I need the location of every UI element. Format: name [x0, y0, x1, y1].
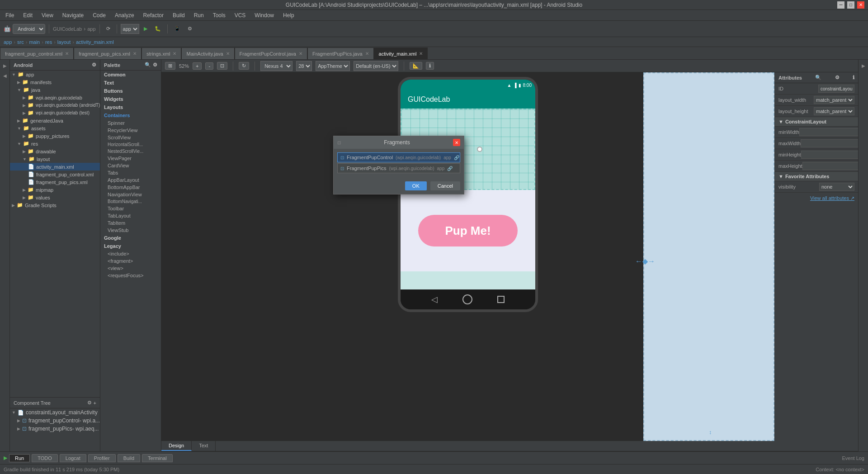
palette-cat-buttons[interactable]: Buttons	[100, 87, 161, 95]
run-button[interactable]: ▶	[141, 25, 150, 33]
attr-visibility-select[interactable]: none	[819, 183, 854, 191]
tree-assets[interactable]: ▼ 📁 assets	[10, 124, 100, 132]
close-button[interactable]: ✕	[857, 1, 864, 9]
attr-max-height-input[interactable]	[802, 162, 858, 170]
menu-code[interactable]: Code	[89, 11, 109, 19]
menu-help[interactable]: Help	[279, 11, 298, 19]
attributes-search-icon[interactable]: 🔍	[815, 75, 821, 81]
bottom-tab-build[interactable]: Build	[118, 454, 140, 462]
palette-item-include[interactable]: <include>	[100, 250, 161, 257]
attributes-info-icon[interactable]: ℹ	[853, 75, 854, 81]
tree-fragment-pup-control-comp[interactable]: ▶ ⊡ fragment_pupControl- wpi.a...	[10, 417, 100, 425]
palette-item-spinner[interactable]: Spinner	[100, 119, 161, 127]
sync-btn[interactable]: ⟳	[104, 25, 113, 33]
sdk-button[interactable]: ⚙	[185, 25, 195, 33]
fragment-item-2[interactable]: ⊡ FragmentPupPics (wpi.aeqin.guicodelab)…	[337, 163, 460, 173]
palette-item-recyclerview[interactable]: RecyclerView	[100, 127, 161, 134]
left-vert-btn-2[interactable]: ◀	[1, 71, 9, 80]
palette-item-hscrollview[interactable]: HorizontalScroll...	[100, 141, 161, 148]
tree-activity-main-xml[interactable]: 📄 activity_main.xml	[10, 163, 100, 171]
theme-selector[interactable]: AppTheme	[316, 61, 350, 71]
attr-layout-height-select[interactable]: match_parent	[814, 107, 854, 115]
menu-view[interactable]: View	[38, 11, 57, 19]
tree-pkg2[interactable]: ▶ 📁 wpi.aeqin.guicodelab (androidT)	[10, 101, 100, 109]
menu-build[interactable]: Build	[169, 11, 189, 19]
locale-selector[interactable]: Default (en-US)	[354, 61, 398, 71]
palette-item-nestedscrollview[interactable]: NestedScrollVie...	[100, 148, 161, 155]
tree-fragment-pup-pics-xml[interactable]: 📄 fragment_pup_pics.xml	[10, 178, 100, 186]
palette-cat-layouts[interactable]: Layouts	[100, 103, 161, 111]
palette-item-tablayout[interactable]: TabLayout	[100, 212, 161, 219]
bottom-tab-logcat[interactable]: Logcat	[60, 454, 86, 462]
left-vert-btn-1[interactable]: ▶	[1, 62, 9, 70]
tab-main-activity[interactable]: MainActivity.java ✕	[181, 47, 234, 59]
component-tree-settings-icon[interactable]: ⚙	[87, 400, 92, 406]
run-config-selector[interactable]: app	[121, 24, 139, 34]
nav-back-icon[interactable]: ◁	[431, 294, 438, 304]
close-tab-activity-main-xml[interactable]: ✕	[419, 51, 423, 56]
palette-settings-icon[interactable]: ⚙	[153, 62, 157, 68]
nav-home-icon[interactable]	[462, 294, 472, 304]
menu-window[interactable]: Window	[251, 11, 278, 19]
palette-item-scrollview[interactable]: ScrollView	[100, 134, 161, 141]
tree-layout[interactable]: ▼ 📁 layout	[10, 155, 100, 163]
palette-item-navigationview[interactable]: NavigationView	[100, 191, 161, 198]
path-layout[interactable]: layout	[57, 39, 71, 45]
fragment-item-1[interactable]: ⊡ FragmentPupControl (wpi.aeqin.guicodel…	[337, 152, 460, 162]
palette-item-fragment[interactable]: <fragment>	[100, 257, 161, 265]
tree-fragment-pup-pics-comp[interactable]: ▶ ⊡ fragment_pupPics- wpi.aeq...	[10, 425, 100, 433]
menu-edit[interactable]: Edit	[19, 11, 36, 19]
tree-java[interactable]: ▼ 📁 java	[10, 86, 100, 94]
device-selector[interactable]: Nexus 4	[260, 61, 292, 71]
menu-navigate[interactable]: Navigate	[59, 11, 87, 19]
tree-pkg3[interactable]: ▶ 📁 wpi.aeqin.guicodelab (test)	[10, 109, 100, 117]
path-main[interactable]: main	[29, 39, 40, 45]
palette-search-icon[interactable]: 🔍	[145, 62, 151, 68]
path-res[interactable]: res	[45, 39, 52, 45]
menu-analyze[interactable]: Analyze	[111, 11, 138, 19]
view-toggle-btn[interactable]: ⊞	[165, 62, 175, 70]
tree-constraint-layout[interactable]: ▼ 📄 constraintLayout_mainActivity	[10, 408, 100, 417]
palette-item-tabs[interactable]: Tabs	[100, 169, 161, 176]
component-tree-expand-icon[interactable]: +	[94, 400, 96, 406]
view-all-attributes-link[interactable]: View all attributes ↗	[775, 193, 858, 204]
menu-tools[interactable]: Tools	[209, 11, 229, 19]
tree-manifests[interactable]: ▶ 📁 manifests	[10, 78, 100, 86]
palette-cat-legacy[interactable]: Legacy	[100, 242, 161, 250]
tree-pkg1[interactable]: ▶ 📁 wpi.aeqin.guicodelab	[10, 94, 100, 101]
bottom-tab-profiler[interactable]: Profiler	[88, 454, 116, 462]
tree-generated-java[interactable]: ▶ 📁 generatedJava	[10, 117, 100, 124]
close-tab-main-activity[interactable]: ✕	[226, 51, 230, 56]
handle-right[interactable]	[477, 147, 482, 152]
bottom-tab-terminal[interactable]: Terminal	[142, 454, 173, 462]
info-btn[interactable]: ℹ	[426, 62, 434, 70]
fragments-cancel-button[interactable]: Cancel	[430, 181, 460, 190]
palette-item-appbarlayout[interactable]: AppBarLayout	[100, 176, 161, 184]
debug-button[interactable]: 🐛	[152, 25, 164, 33]
rotate-btn[interactable]: ↻	[239, 62, 249, 70]
avd-button[interactable]: 📱	[171, 25, 183, 33]
project-tree-settings-icon[interactable]: ⚙	[92, 62, 96, 68]
path-file[interactable]: activity_main.xml	[76, 39, 114, 45]
attr-layout-width-select[interactable]: match_parent	[814, 96, 854, 104]
zoom-out-btn[interactable]: -	[205, 62, 213, 70]
menu-run[interactable]: Run	[190, 11, 208, 19]
menu-vcs[interactable]: VCS	[231, 11, 250, 19]
close-tab-fragment-pup-pics[interactable]: ✕	[133, 51, 137, 56]
tree-mipmap[interactable]: ▶ 📁 mipmap	[10, 186, 100, 194]
nav-recent-icon[interactable]	[497, 296, 505, 303]
tree-puppy-pictures[interactable]: ▶ 📁 puppy_pictures	[10, 132, 100, 140]
tab-fragment-pup-pics-java[interactable]: FragmentPupPics.java ✕	[307, 47, 374, 59]
close-tab-fragment-pup-control-java[interactable]: ✕	[299, 51, 302, 56]
attr-min-height-input[interactable]	[801, 151, 858, 159]
tab-strings[interactable]: strings.xml ✕	[142, 47, 182, 59]
menu-refactor[interactable]: Refactor	[140, 11, 167, 19]
close-tab-strings[interactable]: ✕	[173, 51, 176, 56]
palette-cat-google[interactable]: Google	[100, 234, 161, 242]
restore-button[interactable]: □	[847, 1, 854, 9]
bottom-tab-todo[interactable]: TODO	[32, 454, 58, 462]
palette-item-view[interactable]: <view>	[100, 265, 161, 272]
palette-item-tabitem[interactable]: TabItem	[100, 219, 161, 227]
layout-validation-btn[interactable]: 📐	[410, 62, 422, 70]
attr-id-input[interactable]	[818, 85, 854, 93]
